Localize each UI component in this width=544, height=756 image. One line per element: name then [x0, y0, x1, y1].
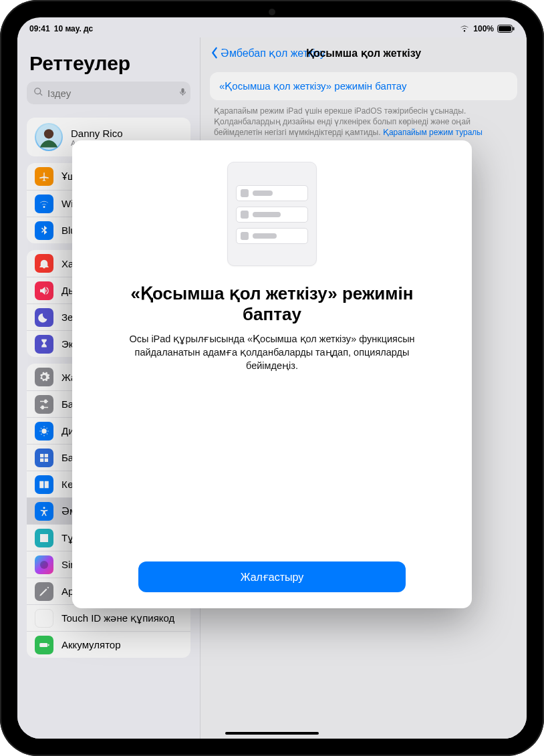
home-indicator[interactable] — [225, 732, 319, 735]
camera-notch — [269, 9, 275, 15]
continue-button[interactable]: Жалғастыру — [138, 561, 406, 592]
setup-modal: «Қосымша қол жеткізу» режимін баптау Осы… — [72, 140, 472, 608]
illustration — [227, 162, 317, 266]
modal-body: Осы iPad құрылғысында «Қосымша қол жеткі… — [125, 333, 419, 372]
modal-title: «Қосымша қол жеткізу» режимін баптау — [99, 283, 445, 325]
